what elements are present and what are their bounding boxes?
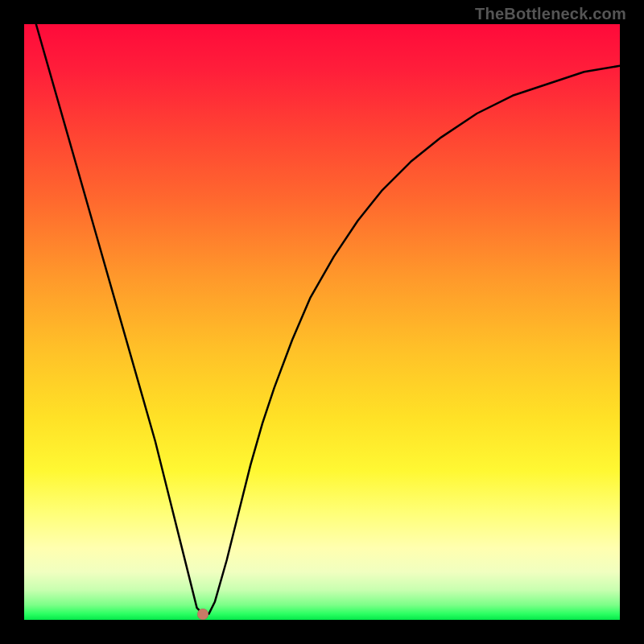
minimum-marker-dot	[197, 609, 208, 620]
plot-area	[24, 24, 620, 620]
curve-path	[36, 24, 620, 614]
watermark-text: TheBottleneck.com	[475, 5, 626, 23]
chart-frame: TheBottleneck.com	[0, 0, 644, 644]
bottleneck-curve	[24, 24, 620, 620]
